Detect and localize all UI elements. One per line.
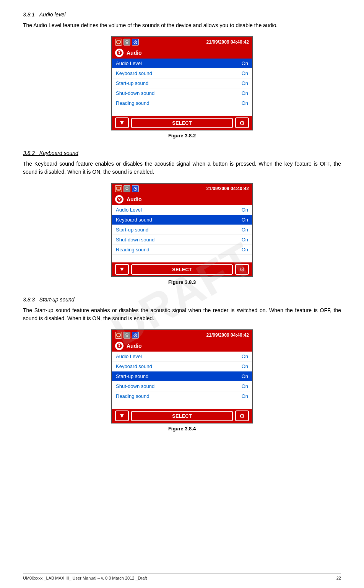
svg-rect-10 xyxy=(117,334,120,336)
topbar-icons xyxy=(115,332,139,339)
topbar-icon-3 xyxy=(132,332,139,339)
section-3-8-3: 3.8.3 Start-up soundThe Start-up sound f… xyxy=(23,296,341,432)
select-button-2[interactable]: SELECT xyxy=(131,411,233,421)
screen-row-2-1[interactable]: Keyboard sound On xyxy=(112,362,252,371)
screen-row-label-0-0: Audio Level xyxy=(116,60,142,66)
screen-header-1: Audio xyxy=(112,194,252,205)
select-button-0[interactable]: SELECT xyxy=(131,118,233,128)
section-title: Audio level xyxy=(39,11,66,18)
screen-header-2: Audio xyxy=(112,340,252,352)
screen-row-0-1[interactable]: Keyboard sound On xyxy=(112,68,252,78)
topbar-icon-3 xyxy=(132,39,139,46)
screen-header-icon-2 xyxy=(115,342,123,350)
screen-bottombar-0[interactable]: ▼ SELECT ⚙ xyxy=(112,116,252,130)
screen-row-label-0-1: Keyboard sound xyxy=(116,70,152,76)
topbar-datetime-2: 21/09/2009 04:40:42 xyxy=(206,332,249,338)
screen-row-label-0-4: Reading sound xyxy=(116,100,149,106)
screen-row-value-0-2: On xyxy=(242,80,248,86)
svg-point-2 xyxy=(135,42,136,43)
screen-row-value-2-1: On xyxy=(242,363,248,369)
svg-point-12 xyxy=(135,335,136,336)
screen-header-0: Audio xyxy=(112,47,252,59)
screen-topbar-1: 21/09/2009 04:40:42 xyxy=(112,184,252,194)
screen-row-label-2-3: Shut-down sound xyxy=(116,383,154,389)
screen-row-value-2-0: On xyxy=(242,353,248,359)
screen-row-0-3[interactable]: Shut-down sound On xyxy=(112,88,252,98)
screen-row-label-1-3: Shut-down sound xyxy=(116,237,154,243)
section-title: Start-up sound xyxy=(39,296,75,303)
section-number: 3.8.2 xyxy=(23,150,35,156)
footer-right: 22 xyxy=(336,576,341,580)
figure-caption-2: Figure 3.8.4 xyxy=(168,426,196,432)
section-para-2: The Start-up sound feature enables or di… xyxy=(23,306,341,323)
device-screen-2: 21/09/2009 04:40:42 Audio Audio Level On… xyxy=(111,329,253,423)
screen-header-label-1: Audio xyxy=(127,196,142,202)
screen-row-value-0-3: On xyxy=(242,90,248,96)
screen-row-0-0[interactable]: Audio Level On xyxy=(112,59,252,68)
screen-row-value-1-2: On xyxy=(242,227,248,233)
figure-container-0: 21/09/2009 04:40:42 Audio Audio Level On… xyxy=(23,36,341,138)
screen-row-value-1-0: On xyxy=(242,207,248,213)
topbar-icons xyxy=(115,39,139,46)
topbar-icon-1 xyxy=(115,332,122,339)
svg-point-6 xyxy=(126,187,128,189)
gear-button-2[interactable]: ⚙ xyxy=(235,410,249,421)
svg-point-11 xyxy=(126,334,128,336)
screen-row-label-0-3: Shut-down sound xyxy=(116,90,154,96)
gear-button-1[interactable]: ⚙ xyxy=(235,264,249,275)
screen-topbar-2: 21/09/2009 04:40:42 xyxy=(112,330,252,340)
section-heading-1: 3.8.2 Keyboard sound xyxy=(23,150,341,156)
topbar-icon-2 xyxy=(123,39,130,46)
select-button-1[interactable]: SELECT xyxy=(131,264,233,275)
section-title: Keyboard sound xyxy=(39,150,78,156)
topbar-icon-2 xyxy=(123,185,130,192)
down-arrow-button-0[interactable]: ▼ xyxy=(115,117,129,128)
screen-bottombar-1[interactable]: ▼ SELECT ⚙ xyxy=(112,262,252,276)
down-arrow-button-1[interactable]: ▼ xyxy=(115,264,129,275)
screen-row-2-4[interactable]: Reading sound On xyxy=(112,391,252,401)
section-para-1: The Keyboard sound feature enables or di… xyxy=(23,160,341,176)
section-para-0: The Audio Level feature defines the volu… xyxy=(23,21,341,29)
screen-row-1-0[interactable]: Audio Level On xyxy=(112,205,252,215)
screen-topbar-0: 21/09/2009 04:40:42 xyxy=(112,37,252,47)
screen-bottombar-2[interactable]: ▼ SELECT ⚙ xyxy=(112,409,252,423)
screen-row-2-0[interactable]: Audio Level On xyxy=(112,352,252,362)
screen-row-value-0-4: On xyxy=(242,100,248,106)
screen-row-2-3[interactable]: Shut-down sound On xyxy=(112,381,252,391)
footer: UM00xxxx _LAB MAX III_ User Manual – v. … xyxy=(23,573,341,580)
screen-row-1-3[interactable]: Shut-down sound On xyxy=(112,235,252,245)
topbar-icon-1 xyxy=(115,185,122,192)
topbar-datetime-1: 21/09/2009 04:40:42 xyxy=(206,186,249,191)
screen-row-2-2[interactable]: Start-up sound On xyxy=(112,371,252,381)
section-heading-0: 3.8.1 Audio level xyxy=(23,11,341,18)
screen-row-0-4[interactable]: Reading sound On xyxy=(112,98,252,108)
screen-row-1-1[interactable]: Keyboard sound On xyxy=(112,215,252,225)
screen-header-label-0: Audio xyxy=(127,50,142,56)
down-arrow-button-2[interactable]: ▼ xyxy=(115,410,129,421)
screen-row-label-2-0: Audio Level xyxy=(116,353,142,359)
figure-container-2: 21/09/2009 04:40:42 Audio Audio Level On… xyxy=(23,329,341,432)
screen-row-label-1-4: Reading sound xyxy=(116,247,149,252)
section-3-8-2: 3.8.2 Keyboard soundThe Keyboard sound f… xyxy=(23,150,341,285)
device-screen-0: 21/09/2009 04:40:42 Audio Audio Level On… xyxy=(111,36,253,130)
screen-row-value-1-1: On xyxy=(242,217,248,223)
screen-header-icon-0 xyxy=(115,49,123,57)
gear-button-0[interactable]: ⚙ xyxy=(235,117,249,128)
screen-row-label-1-2: Start-up sound xyxy=(116,227,148,233)
screen-row-1-2[interactable]: Start-up sound On xyxy=(112,225,252,235)
section-number: 3.8.1 xyxy=(23,11,35,18)
topbar-datetime-0: 21/09/2009 04:40:42 xyxy=(206,39,249,45)
svg-point-9 xyxy=(119,199,120,200)
screen-row-value-1-3: On xyxy=(242,237,248,243)
screen-header-label-2: Audio xyxy=(127,343,142,349)
screen-header-icon-1 xyxy=(115,195,123,204)
screen-row-label-2-2: Start-up sound xyxy=(116,373,148,379)
screen-row-0-2[interactable]: Start-up sound On xyxy=(112,78,252,88)
screen-row-label-1-1: Keyboard sound xyxy=(116,217,152,223)
screen-row-1-4[interactable]: Reading sound On xyxy=(112,245,252,255)
section-number: 3.8.3 xyxy=(23,296,35,303)
screen-spacer-1 xyxy=(112,255,252,262)
svg-point-1 xyxy=(126,41,128,43)
footer-left: UM00xxxx _LAB MAX III_ User Manual – v. … xyxy=(23,576,147,580)
figure-caption-0: Figure 3.8.2 xyxy=(168,133,196,138)
